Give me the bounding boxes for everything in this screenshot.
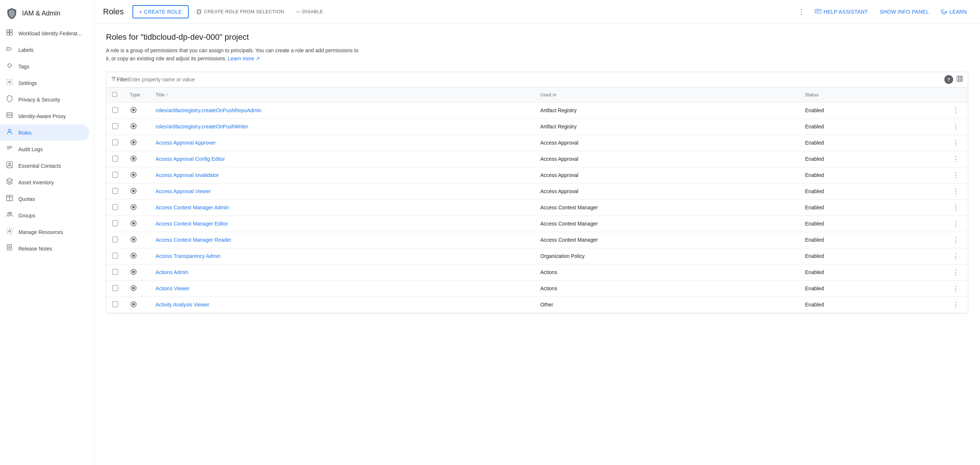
row-type-cell: [124, 199, 150, 216]
row-checkbox[interactable]: [112, 220, 118, 226]
table-row: Access Context Manager EditorAccess Cont…: [106, 216, 968, 232]
table-row: roles/artifactregistry.createOnPushRepoA…: [106, 102, 968, 118]
row-used-in-cell: Access Approval: [535, 183, 799, 199]
row-more-options-button[interactable]: ⋮: [950, 299, 962, 310]
row-more-options-button[interactable]: ⋮: [950, 202, 962, 213]
role-title-link[interactable]: Actions Viewer: [156, 285, 189, 291]
row-more-options-button[interactable]: ⋮: [950, 251, 962, 261]
row-checkbox[interactable]: [112, 107, 118, 113]
create-from-selection-label: CREATE ROLE FROM SELECTION: [204, 9, 284, 14]
column-display-icon[interactable]: [956, 75, 963, 84]
role-title-link[interactable]: Access Context Manager Editor: [156, 221, 228, 227]
role-title-link[interactable]: Access Approval Approver: [156, 140, 216, 146]
sidebar-item-privacy[interactable]: Privacy & Security: [0, 91, 89, 108]
row-more-options-button[interactable]: ⋮: [950, 218, 962, 229]
row-more-options-button[interactable]: ⋮: [950, 283, 962, 293]
sidebar-item-settings[interactable]: Settings: [0, 75, 89, 91]
row-checkbox[interactable]: [112, 237, 118, 242]
sidebar-item-workload[interactable]: Workload Identity Federat...: [0, 25, 89, 41]
row-more-options-button[interactable]: ⋮: [950, 121, 962, 132]
role-title-link[interactable]: Access Context Manager Reader: [156, 237, 231, 243]
svg-point-16: [10, 212, 12, 214]
row-checkbox[interactable]: [112, 123, 118, 129]
row-checkbox[interactable]: [112, 269, 118, 275]
sidebar-item-release-notes[interactable]: Release Notes: [0, 240, 89, 257]
row-checkbox-cell: [106, 296, 124, 313]
help-assistant-button[interactable]: HELP ASSISTANT: [810, 6, 872, 18]
learn-more-link[interactable]: Learn more ↗: [228, 56, 260, 61]
topbar: Roles + CREATE ROLE CREATE ROLE FROM SEL…: [94, 0, 980, 24]
row-checkbox[interactable]: [112, 301, 118, 307]
header-title[interactable]: Title ↑: [150, 88, 535, 103]
role-title-link[interactable]: Access Transparency Admin: [156, 253, 221, 259]
row-checkbox-cell: [106, 280, 124, 296]
row-type-cell: [124, 248, 150, 264]
svg-rect-2: [7, 33, 10, 35]
quotas-icon: [6, 194, 13, 204]
row-checkbox-cell: [106, 232, 124, 248]
sidebar-item-roles[interactable]: Roles: [0, 124, 89, 141]
more-options-button[interactable]: ⋮: [795, 5, 807, 19]
row-more-options-button[interactable]: ⋮: [950, 170, 962, 180]
sidebar-item-labels[interactable]: Labels: [0, 41, 89, 58]
svg-point-5: [9, 81, 11, 83]
row-checkbox[interactable]: [112, 156, 118, 161]
row-used-in-cell: Access Approval: [535, 135, 799, 151]
row-more-options-button[interactable]: ⋮: [950, 267, 962, 277]
row-more-options-button[interactable]: ⋮: [950, 105, 962, 116]
role-title-link[interactable]: Activity Analysis Viewer: [156, 302, 209, 307]
row-used-in-cell: Access Approval: [535, 151, 799, 167]
role-title-link[interactable]: Access Approval Config Editor: [156, 156, 225, 162]
create-role-from-selection-button[interactable]: CREATE ROLE FROM SELECTION: [192, 6, 289, 18]
sidebar-item-quotas[interactable]: Quotas: [0, 191, 89, 207]
row-checkbox[interactable]: [112, 253, 118, 259]
row-checkbox[interactable]: [112, 172, 118, 178]
sidebar-item-groups[interactable]: Groups: [0, 207, 89, 224]
create-role-button[interactable]: + CREATE ROLE: [132, 5, 188, 18]
table-row: Access Approval Config EditorAccess Appr…: [106, 151, 968, 167]
show-info-panel-button[interactable]: SHOW INFO PANEL: [875, 6, 933, 18]
row-checkbox[interactable]: [112, 188, 118, 194]
role-title-link[interactable]: roles/artifactregistry.createOnPushWrite…: [156, 124, 248, 129]
row-status-cell: Enabled: [799, 248, 943, 264]
learn-button[interactable]: LEARN: [936, 6, 971, 18]
row-more-options-button[interactable]: ⋮: [950, 186, 962, 196]
row-title-cell: Access Approval Approver: [150, 135, 535, 151]
header-actions: [943, 88, 968, 103]
filter-input[interactable]: [128, 76, 944, 83]
row-type-cell: [124, 102, 150, 118]
row-used-in-cell: Other: [535, 296, 799, 313]
row-more-options-button[interactable]: ⋮: [950, 154, 962, 164]
sidebar-item-tags[interactable]: Tags: [0, 58, 89, 75]
role-type-icon: [130, 287, 137, 293]
role-title-link[interactable]: Access Context Manager Admin: [156, 205, 229, 210]
sidebar-header: IAM & Admin: [0, 3, 94, 25]
sort-arrow-icon: ↑: [166, 92, 169, 97]
sidebar-item-label-identity-proxy: Identity-Aware Proxy: [18, 113, 66, 119]
filter-help-icon[interactable]: ?: [944, 75, 953, 84]
row-status-cell: Enabled: [799, 296, 943, 313]
header-used-in: Used in: [535, 88, 799, 103]
role-title-link[interactable]: Actions Admin: [156, 269, 188, 275]
role-title-link[interactable]: roles/artifactregistry.createOnPushRepoA…: [156, 107, 262, 113]
row-status-cell: Enabled: [799, 216, 943, 232]
sidebar-item-essential-contacts[interactable]: Essential Contacts: [0, 158, 89, 174]
disable-button[interactable]: — DISABLE: [291, 6, 328, 17]
sidebar-item-identity-proxy[interactable]: Identity-Aware Proxy: [0, 108, 89, 124]
row-checkbox[interactable]: [112, 204, 118, 210]
sidebar-item-asset-inventory[interactable]: Asset Inventory: [0, 174, 89, 191]
sidebar-item-audit-logs[interactable]: Audit Logs: [0, 141, 89, 158]
role-title-link[interactable]: Access Approval Viewer: [156, 188, 211, 194]
table-row: Access Transparency AdminOrganization Po…: [106, 248, 968, 264]
row-checkbox[interactable]: [112, 285, 118, 291]
role-title-link[interactable]: Access Approval Invalidator: [156, 172, 219, 178]
svg-rect-25: [961, 76, 963, 81]
row-more-options-button[interactable]: ⋮: [950, 138, 962, 148]
row-more-options-button[interactable]: ⋮: [950, 235, 962, 245]
row-checkbox[interactable]: [112, 139, 118, 145]
header-checkbox-cell: [106, 88, 124, 103]
select-all-checkbox[interactable]: [112, 92, 117, 97]
role-type-icon: [130, 109, 137, 115]
row-checkbox-cell: [106, 118, 124, 135]
sidebar-item-manage-resources[interactable]: Manage Resources: [0, 224, 89, 240]
